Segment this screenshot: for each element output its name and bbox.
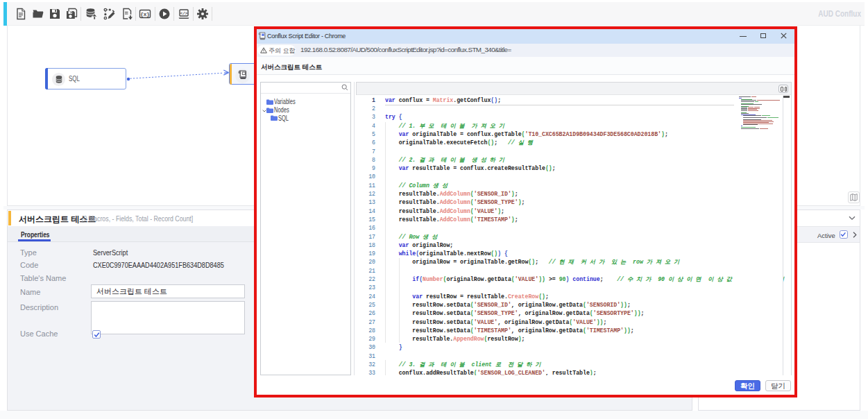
svg-text:{x}: {x} [140,12,150,17]
svg-text:</>: </> [180,11,188,16]
